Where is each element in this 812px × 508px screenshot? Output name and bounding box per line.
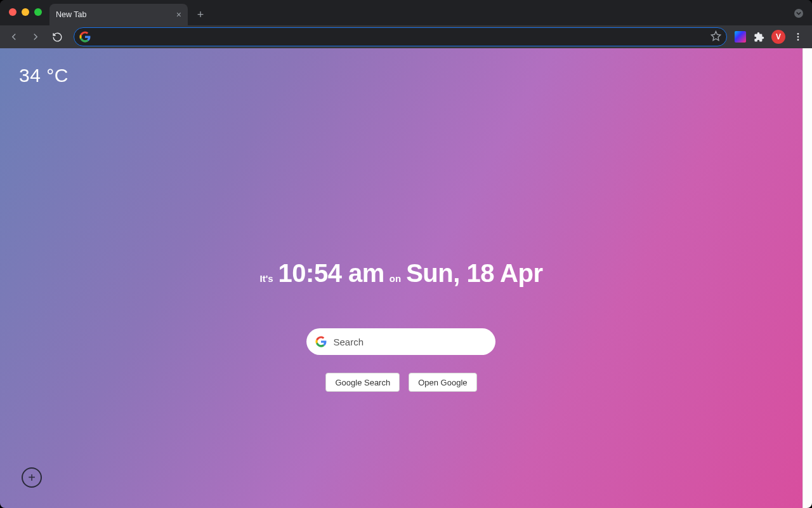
tab-search-button[interactable] [794,9,803,18]
clock-time: 10:54 am [278,259,384,288]
svg-point-1 [797,36,799,38]
new-tab-page: 34 °C It's 10:54 am on Sun, 18 Apr Googl… [0,48,802,508]
extensions-button[interactable] [750,28,768,46]
open-google-button[interactable]: Open Google [409,373,476,392]
google-icon [315,336,327,347]
window-controls [9,8,42,16]
search-box[interactable] [306,328,495,355]
clock-date: Sun, 18 Apr [406,259,542,288]
weather-temperature: 34 °C [19,65,69,86]
extension-gradient-icon[interactable] [735,31,746,43]
browser-window: New Tab × + V [0,0,812,508]
close-tab-button[interactable]: × [176,10,181,19]
minimize-window-button[interactable] [22,8,29,16]
plus-icon: + [28,471,36,484]
google-search-button[interactable]: Google Search [325,373,400,392]
google-icon [79,31,91,43]
add-button[interactable]: + [22,467,42,488]
center-content: It's 10:54 am on Sun, 18 Apr Google Sear… [260,259,543,392]
reload-button[interactable] [48,28,66,46]
search-input[interactable] [333,337,487,347]
search-buttons: Google Search Open Google [325,373,476,392]
address-input[interactable] [95,32,707,42]
back-button[interactable] [5,28,23,46]
bookmark-star-icon[interactable] [710,30,721,44]
menu-button[interactable] [789,28,807,46]
titlebar: New Tab × + [0,0,812,25]
clock-separator: on [390,273,401,284]
forward-button[interactable] [27,28,44,46]
content-area: 34 °C It's 10:54 am on Sun, 18 Apr Googl… [0,48,812,508]
tab-title: New Tab [56,10,86,19]
close-window-button[interactable] [9,8,16,16]
address-bar[interactable] [74,27,727,46]
svg-point-2 [797,39,799,41]
toolbar: V [0,25,812,48]
clock-line: It's 10:54 am on Sun, 18 Apr [260,259,543,288]
vertical-scrollbar[interactable] [802,48,812,508]
svg-point-0 [797,33,799,35]
browser-tab[interactable]: New Tab × [49,4,188,25]
profile-avatar[interactable]: V [771,30,785,44]
new-tab-button[interactable]: + [192,6,209,23]
clock-prefix: It's [260,273,273,284]
maximize-window-button[interactable] [34,8,42,16]
